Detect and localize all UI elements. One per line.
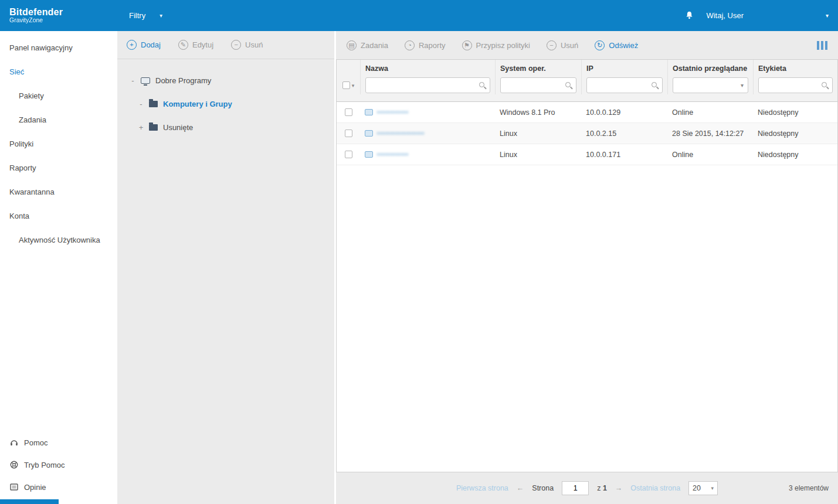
row-checkbox[interactable]: [345, 108, 352, 116]
ip-filter-input[interactable]: [587, 78, 662, 93]
tree-node-usuniete[interactable]: + Usunięte: [122, 115, 330, 139]
tasks-button[interactable]: ▤ Zadania: [347, 40, 388, 50]
endpoint-name-link[interactable]: ••••••••••••••••••: [377, 130, 425, 137]
column-header-nazwa[interactable]: Nazwa: [360, 60, 495, 76]
table-row[interactable]: •••••••••••••••••• Linux 10.0.2.15 28 Si…: [337, 123, 837, 144]
endpoint-name-link[interactable]: ••••••••••••: [377, 109, 409, 115]
refresh-button[interactable]: ↻ Odśwież: [595, 40, 638, 50]
sidebar-item-tryb-pomoc[interactable]: Tryb Pomoc: [0, 454, 117, 476]
row-checkbox[interactable]: [345, 130, 352, 137]
total-items-label: 3 elementów: [789, 484, 829, 492]
sidebar-item-label: Opinie: [24, 483, 46, 492]
next-page-arrow-icon[interactable]: →: [615, 484, 623, 492]
folder-icon: [149, 124, 158, 131]
os-filter-input[interactable]: [501, 78, 576, 93]
endpoints-toolbar: ▤ Zadania ◔ Raporty ⚑ Przypisz polityki …: [336, 31, 838, 59]
sidebar: Panel nawigacyjny Sieć Pakiety Zadania P…: [0, 31, 117, 504]
last-page-link[interactable]: Ostatnia strona: [630, 484, 680, 492]
sidebar-item-polityki[interactable]: Polityki: [0, 132, 117, 156]
sidebar-item-aktywnosc-uzytkownika[interactable]: Aktywność Użytkownika: [0, 228, 117, 252]
notifications-bell-icon[interactable]: [684, 11, 694, 21]
user-menu-chevron-icon[interactable]: ▾: [826, 12, 829, 19]
delete-endpoint-button[interactable]: − Usuń: [547, 40, 578, 50]
help-ring-icon: [9, 460, 19, 469]
plus-circle-icon: +: [127, 40, 137, 50]
brand-name: Bitdefender: [9, 8, 117, 18]
sidebar-item-zadania[interactable]: Zadania: [0, 108, 117, 132]
first-page-link[interactable]: Pierwsza strona: [456, 484, 508, 492]
delete-group-button[interactable]: − Usuń: [231, 40, 263, 50]
expand-expander-icon[interactable]: +: [138, 123, 144, 132]
reports-circle-icon: ◔: [405, 40, 415, 50]
sidebar-item-konta[interactable]: Konta: [0, 204, 117, 228]
name-filter-input[interactable]: [366, 78, 490, 93]
user-greeting[interactable]: Witaj, User: [706, 11, 744, 20]
tasks-circle-icon: ▤: [347, 40, 357, 50]
last-seen-filter-select[interactable]: ▾: [673, 77, 748, 93]
sidebar-item-panel-nawigacyjny[interactable]: Panel nawigacyjny: [0, 36, 117, 60]
row-checkbox[interactable]: [345, 151, 352, 158]
refresh-label: Odśwież: [609, 41, 638, 50]
assign-policy-button[interactable]: ⚑ Przypisz polityki: [462, 40, 530, 50]
column-header-ostatnio-przegladane[interactable]: Ostatnio przeglądane: [667, 60, 753, 76]
page-count: z 1: [597, 484, 607, 492]
assign-policy-circle-icon: ⚑: [462, 40, 472, 50]
assign-policy-label: Przypisz polityki: [476, 41, 530, 50]
edit-group-button[interactable]: ✎ Edytuj: [178, 40, 213, 50]
add-group-button[interactable]: + Dodaj: [127, 40, 161, 50]
tree-node-label: Usunięte: [163, 123, 193, 132]
pagination-bar: Pierwsza strona ← Strona z 1 → Ostatnia …: [336, 472, 838, 504]
ip-filter-wrap: [586, 77, 663, 93]
label-cell: Niedostępny: [753, 151, 837, 159]
select-menu-chevron-icon[interactable]: ▾: [352, 83, 355, 88]
collapse-expander-icon[interactable]: -: [130, 76, 135, 85]
sidebar-item-siec[interactable]: Sieć: [0, 60, 117, 84]
ip-cell: 10.0.2.15: [581, 130, 667, 138]
page-number-input[interactable]: [562, 481, 589, 495]
chevron-down-icon: ▾: [160, 12, 162, 19]
prev-page-arrow-icon[interactable]: ←: [517, 484, 524, 492]
feedback-icon: [9, 482, 19, 492]
tree-toolbar: + Dodaj ✎ Edytuj − Usuń: [117, 31, 334, 59]
reports-label: Raporty: [419, 41, 446, 50]
add-group-label: Dodaj: [141, 40, 161, 49]
last-seen-cell: 28 Sie 2015, 14:12:27: [667, 130, 753, 138]
table-empty-area: [337, 165, 837, 472]
collapse-expander-icon[interactable]: -: [138, 100, 144, 108]
column-header-ip[interactable]: IP: [581, 60, 667, 76]
tree-node-label: Komputery i Grupy: [163, 100, 232, 108]
chevron-down-icon: ▾: [741, 82, 744, 88]
label-filter-wrap: [758, 77, 833, 93]
tree-node-dobre-programy[interactable]: - Dobre Programy: [122, 69, 330, 92]
pencil-circle-icon: ✎: [178, 40, 188, 50]
page-size-value: 20: [693, 484, 701, 492]
page-size-select[interactable]: 20 ▾: [688, 481, 718, 495]
table-row[interactable]: •••••••••••• Windows 8.1 Pro 10.0.0.129 …: [337, 102, 837, 123]
label-cell: Niedostępny: [753, 108, 837, 117]
table-row[interactable]: •••••••••••• Linux 10.0.0.171 Online Nie…: [337, 144, 837, 165]
endpoint-name-link[interactable]: ••••••••••••: [377, 151, 409, 158]
column-chooser-icon[interactable]: [817, 41, 827, 50]
sidebar-item-pakiety[interactable]: Pakiety: [0, 84, 117, 108]
sidebar-item-kwarantanna[interactable]: Kwarantanna: [0, 180, 117, 204]
select-all-checkbox[interactable]: [342, 81, 350, 89]
tree-node-komputery-i-grupy[interactable]: - Komputery i Grupy: [122, 92, 330, 115]
reports-button[interactable]: ◔ Raporty: [405, 40, 446, 50]
sidebar-item-opinie[interactable]: Opinie: [0, 476, 117, 498]
sidebar-item-label: Tryb Pomoc: [24, 461, 65, 469]
minus-circle-icon: −: [231, 40, 241, 50]
headset-icon: [9, 438, 19, 447]
name-filter-wrap: [365, 77, 490, 93]
ip-cell: 10.0.0.129: [581, 108, 667, 117]
column-header-system-oper[interactable]: System oper.: [495, 60, 581, 76]
os-cell: Linux: [495, 151, 581, 159]
chevron-down-icon: ▾: [711, 485, 714, 491]
filters-button[interactable]: Filtry ▾: [129, 11, 162, 20]
sidebar-item-raporty[interactable]: Raporty: [0, 156, 117, 180]
column-header-etykieta[interactable]: Etykieta: [753, 60, 837, 76]
search-icon: [479, 82, 484, 87]
sidebar-item-pomoc[interactable]: Pomoc: [0, 431, 117, 454]
network-icon: [141, 77, 150, 84]
os-filter-wrap: [500, 77, 576, 93]
filters-label: Filtry: [129, 11, 145, 20]
